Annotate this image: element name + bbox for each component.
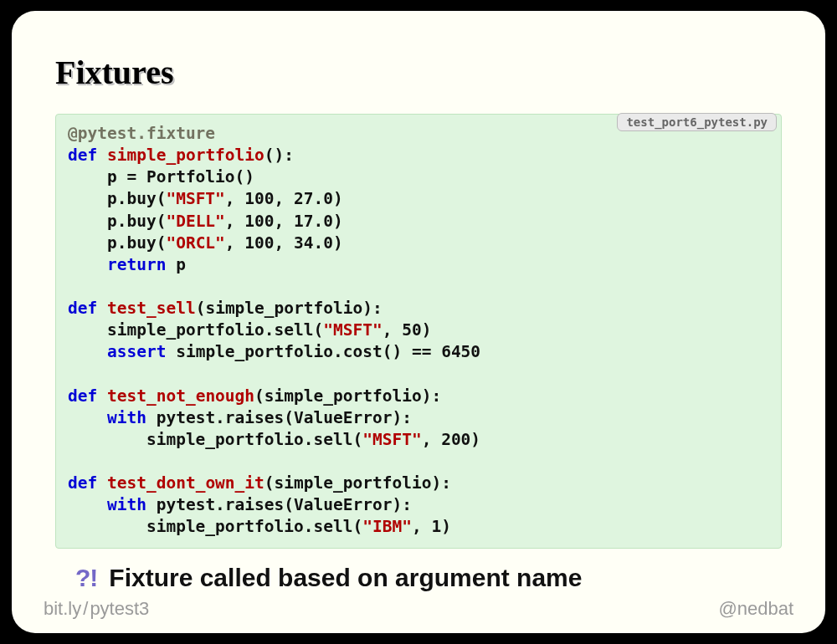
string-literal: "MSFT" (323, 320, 382, 340)
decorator: @pytest.fixture (68, 124, 215, 143)
code-line: , 1) (412, 517, 451, 536)
code-block: test_port6_pytest.py @pytest.fixture def… (55, 114, 782, 549)
code-line: p.buy( (68, 233, 166, 253)
bullet-text: Fixture called based on argument name (109, 564, 582, 592)
func-name: test_sell (107, 299, 196, 318)
bullet-marker-icon: ?! (75, 564, 97, 592)
string-literal: "ORCL" (166, 233, 224, 253)
code-line: simple_portfolio.sell( (68, 430, 362, 449)
slide-title: Fixtures (55, 53, 782, 92)
func-name: test_dont_own_it (107, 473, 264, 493)
string-literal: "DELL" (166, 212, 224, 231)
code-line: p.buy( (68, 212, 166, 231)
code-line: (simple_portfolio): (196, 299, 383, 318)
code-line: , 100, 17.0) (225, 212, 343, 231)
code-line: , 200) (422, 430, 480, 449)
func-name: test_not_enough (107, 386, 254, 406)
code-listing: @pytest.fixture def simple_portfolio(): … (55, 114, 782, 549)
keyword-return: return (107, 255, 166, 274)
filename-tab: test_port6_pytest.py (617, 113, 777, 131)
code-line: , 100, 27.0) (225, 189, 343, 208)
footer-right: @nedbat (718, 598, 793, 620)
code-line: p (166, 255, 185, 274)
code-line: , 100, 34.0) (225, 233, 343, 253)
keyword-assert: assert (107, 342, 166, 361)
keyword-def: def (68, 299, 97, 318)
keyword-def: def (68, 473, 97, 493)
code-line: , 50) (383, 320, 432, 340)
footer-link-host: bit.ly (44, 598, 81, 619)
code-line: p.buy( (68, 189, 166, 208)
string-literal: "IBM" (362, 517, 412, 536)
footer-link-path: pytest3 (90, 598, 149, 619)
keyword-with: with (107, 408, 146, 427)
string-literal: "MSFT" (166, 189, 224, 208)
code-line: simple_portfolio.cost() == 6450 (166, 342, 480, 361)
keyword-with: with (107, 495, 146, 514)
footer-left: bit.ly/pytest3 (44, 598, 149, 620)
code-line: pytest.raises(ValueError): (146, 408, 412, 427)
slash: / (83, 598, 88, 619)
code-line: p = Portfolio() (68, 167, 254, 187)
code-line: pytest.raises(ValueError): (146, 495, 412, 514)
keyword-def: def (68, 386, 97, 406)
func-name: simple_portfolio (107, 146, 264, 165)
code-line: (simple_portfolio): (264, 473, 451, 493)
string-literal: "MSFT" (362, 430, 421, 449)
bullet-item: ?! Fixture called based on argument name (55, 564, 782, 592)
slide: Fixtures test_port6_pytest.py @pytest.fi… (12, 11, 825, 633)
code-line: simple_portfolio.sell( (68, 517, 362, 536)
code-line: simple_portfolio.sell( (68, 320, 323, 340)
slide-footer: bit.ly/pytest3 @nedbat (12, 598, 825, 620)
code-line: (simple_portfolio): (254, 386, 441, 406)
keyword-def: def (68, 146, 97, 165)
